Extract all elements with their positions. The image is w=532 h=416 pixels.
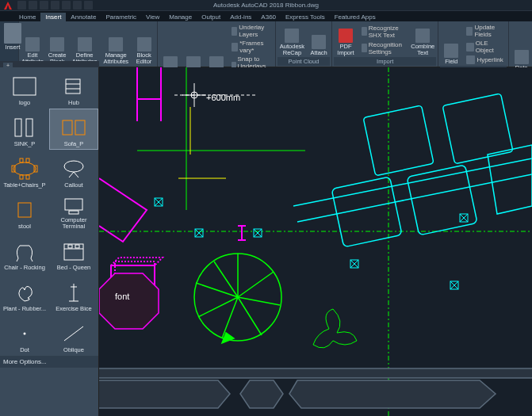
svg-rect-4 [15,119,21,136]
recognize-shx-button[interactable]: Recognize SHX Text [360,24,407,40]
block-editor-label: Block Editor [135,52,153,65]
palette-item-logo[interactable]: logo [0,67,49,109]
palette-thumb-icon [58,279,90,306]
workspace: + logoHubSINK_PSofa_PTable+Chairs_PCallo… [0,67,532,416]
svg-rect-5 [26,119,33,136]
create-block-button[interactable]: Create Block [45,22,69,66]
palette-item-sofa-p[interactable]: Sofa_P [49,109,98,150]
svg-rect-16 [18,203,31,217]
qat-plot-icon[interactable] [62,1,71,10]
tab-view[interactable]: View [141,13,164,21]
underlay-layers-icon [232,27,237,36]
palette-thumb-icon [58,155,90,182]
recap-button[interactable]: Autodesk ReCap [277,22,307,57]
tab-home[interactable]: Home [14,13,40,21]
drawing-svg [99,67,532,416]
palette-item-label: Dot [20,347,29,353]
palette-item-label: Bed - Queen [57,265,91,271]
palette-thumb-icon [9,320,40,347]
svg-rect-13 [20,175,23,179]
palette-item-label: SINK_P [14,141,36,147]
pc-attach-button[interactable]: Attach [308,22,330,57]
panel-linking: Data Link Download from Source Upload to… [509,21,532,67]
palette-item-bed-queen[interactable]: Bed - Queen [49,232,98,273]
palette-item-label: Table+Chairs_P [3,182,45,189]
tab-parametric[interactable]: Parametric [101,13,141,21]
hyperlink-button[interactable]: Hyperlink [465,55,504,65]
qat-saveas-icon[interactable] [51,1,59,10]
svg-rect-7 [75,120,85,135]
svg-rect-23 [68,245,72,248]
palette-item-label: Oblique [63,347,84,353]
tab-insert[interactable]: Insert [40,13,66,21]
define-attributes-button[interactable]: Define Attributes [70,22,99,66]
frames-vary-label: *Frames vary* [239,40,270,54]
palette-item-oblique[interactable]: Oblique [49,315,98,356]
svg-line-20 [31,258,33,261]
drawing-canvas[interactable]: +600mm font [99,67,532,416]
svg-rect-0 [13,78,36,95]
hyperlink-icon [466,55,475,64]
svg-rect-1 [66,79,80,94]
edit-attribute-button[interactable]: Edit Attribute [21,22,44,66]
pc-attach-icon [312,35,326,49]
underlay-layers-button[interactable]: Underlay Layers [230,23,272,39]
frames-vary-button[interactable]: *Frames vary* [230,39,272,55]
tab-annotate[interactable]: Annotate [66,13,101,21]
svg-marker-31 [99,273,159,329]
combine-text-label: Combine Text [411,44,434,56]
manage-attributes-button[interactable]: Manage Attributes [100,22,132,66]
palette-item-label: Callout [64,182,82,189]
tab-addins[interactable]: Add-ins [225,13,256,21]
qat-redo-icon[interactable] [84,1,93,10]
palette-thumb-icon [58,73,90,100]
qat-new-icon[interactable] [17,1,26,10]
palette-item-plant-rubber-[interactable]: Plant - Rubber... [0,273,49,315]
dimension-text: +600mm [206,93,240,102]
svg-rect-11 [20,158,23,162]
palette-item-hub[interactable]: Hub [49,67,98,109]
qat-save-icon[interactable] [40,1,48,10]
update-fields-button[interactable]: Update Fields [465,23,504,39]
palette-thumb-icon [58,114,90,141]
tab-output[interactable]: Output [197,13,225,21]
qat-undo-icon[interactable] [73,1,82,10]
pdf-import-button[interactable]: PDF Import [334,22,358,57]
qat-open-icon[interactable] [29,1,37,10]
palette-item-chair-rocking[interactable]: Chair - Rocking [0,232,49,273]
svg-point-8 [13,162,36,175]
palette-item-stool[interactable]: stool [0,191,49,232]
ole-object-icon [466,43,473,52]
tab-manage[interactable]: Manage [164,13,197,21]
palette-item-sink-p[interactable]: SINK_P [0,109,49,150]
block-editor-icon [137,37,151,52]
panel-pointcloud: Autodesk ReCap Attach Point Cloud [276,21,332,67]
palette-item-dot[interactable]: Dot [0,315,49,356]
app-logo [3,1,13,10]
palette-more-options[interactable]: More Options... [0,356,98,368]
palette-item-computer-terminal[interactable]: Computer Terminal [49,191,98,232]
svg-rect-38 [363,105,434,176]
field-button[interactable]: Field [440,22,462,66]
combine-text-button[interactable]: Combine Text [409,22,436,57]
update-fields-label: Update Fields [474,24,503,38]
svg-rect-40 [331,177,402,247]
recognition-settings-button[interactable]: Recognition Settings [360,40,407,56]
panel-block: Edit Attribute Create Block Define Attri… [19,21,158,67]
panel-reference: Attach Clip Adjust Underlay Layers *Fram… [158,21,276,67]
ole-object-button[interactable]: OLE Object [465,39,504,55]
palette-item-exercise-bice[interactable]: Exercise Bice [49,273,98,315]
tab-express-tools[interactable]: Express Tools [281,13,330,21]
block-editor-button[interactable]: Block Editor [132,22,155,66]
palette-item-table-chairs-p[interactable]: Table+Chairs_P [0,150,49,191]
palette-thumb-icon [58,193,90,217]
tab-featured-apps[interactable]: Featured Apps [330,13,381,21]
palette-thumb-icon [9,73,40,100]
palette-item-callout[interactable]: Callout [49,150,98,191]
tab-a360[interactable]: A360 [256,13,281,21]
palette-thumb-icon [9,155,40,182]
svg-rect-18 [69,211,78,214]
window-title: Autodesk AutoCAD 2018 Ribbon.dwg [213,2,319,9]
panel-insert: Insert [0,21,19,67]
font-annotation: font [115,292,129,301]
